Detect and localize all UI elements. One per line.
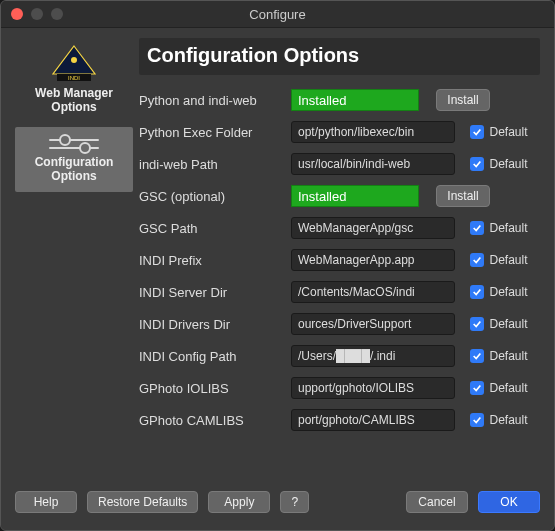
sliders-icon: [49, 139, 99, 149]
check-icon: [470, 157, 484, 171]
check-icon: [470, 221, 484, 235]
default-label: Default: [489, 253, 527, 267]
svg-text:INDI: INDI: [68, 75, 80, 81]
row-label: indi-web Path: [139, 157, 283, 172]
row-label: GSC Path: [139, 221, 283, 236]
cancel-button[interactable]: Cancel: [406, 491, 468, 513]
default-label: Default: [489, 125, 527, 139]
install-button[interactable]: Install: [436, 185, 489, 207]
sidebar: INDI Web Manager Options Configuration O…: [15, 38, 133, 474]
check-icon: [470, 253, 484, 267]
config-row: Python and indi-webInstalledInstall: [139, 89, 540, 111]
page-title: Configuration Options: [139, 38, 540, 75]
config-row: indi-web PathDefault: [139, 153, 540, 175]
sidebar-item-configuration-options[interactable]: Configuration Options: [15, 127, 133, 192]
default-label: Default: [489, 221, 527, 235]
check-icon: [470, 285, 484, 299]
restore-defaults-button[interactable]: Restore Defaults: [87, 491, 198, 513]
config-rows: Python and indi-webInstalledInstallPytho…: [139, 89, 540, 431]
config-row: Python Exec FolderDefault: [139, 121, 540, 143]
path-input[interactable]: [291, 409, 455, 431]
default-label: Default: [489, 285, 527, 299]
help-button[interactable]: Help: [15, 491, 77, 513]
row-label: INDI Server Dir: [139, 285, 283, 300]
default-checkbox[interactable]: Default: [470, 157, 527, 171]
check-icon: [470, 413, 484, 427]
config-row: GPhoto IOLIBSDefault: [139, 377, 540, 399]
svg-point-1: [71, 57, 77, 63]
main-panel: Configuration Options Python and indi-we…: [139, 38, 540, 474]
default-checkbox[interactable]: Default: [470, 125, 527, 139]
path-input[interactable]: [291, 153, 455, 175]
default-label: Default: [489, 317, 527, 331]
default-label: Default: [489, 381, 527, 395]
path-input[interactable]: [291, 281, 455, 303]
status-badge: Installed: [291, 89, 419, 111]
config-row: INDI Config PathDefault: [139, 345, 540, 367]
check-icon: [470, 349, 484, 363]
ok-button[interactable]: OK: [478, 491, 540, 513]
check-icon: [470, 317, 484, 331]
row-label: GSC (optional): [139, 189, 283, 204]
titlebar: Configure: [1, 1, 554, 28]
window-title: Configure: [1, 7, 554, 22]
config-row: GSC PathDefault: [139, 217, 540, 239]
default-label: Default: [489, 349, 527, 363]
check-icon: [470, 125, 484, 139]
row-label: GPhoto IOLIBS: [139, 381, 283, 396]
path-input[interactable]: [291, 345, 455, 367]
path-input[interactable]: [291, 217, 455, 239]
row-label: GPhoto CAMLIBS: [139, 413, 283, 428]
path-input[interactable]: [291, 121, 455, 143]
path-input[interactable]: [291, 377, 455, 399]
default-checkbox[interactable]: Default: [470, 285, 527, 299]
default-checkbox[interactable]: Default: [470, 349, 527, 363]
config-row: INDI PrefixDefault: [139, 249, 540, 271]
sidebar-item-web-manager-options[interactable]: INDI Web Manager Options: [15, 38, 133, 123]
config-row: INDI Server DirDefault: [139, 281, 540, 303]
status-badge: Installed: [291, 185, 419, 207]
default-checkbox[interactable]: Default: [470, 317, 527, 331]
default-checkbox[interactable]: Default: [470, 381, 527, 395]
path-input[interactable]: [291, 313, 455, 335]
configure-window: Configure INDI Web Manager Options: [0, 0, 555, 531]
default-checkbox[interactable]: Default: [470, 221, 527, 235]
check-icon: [470, 381, 484, 395]
default-label: Default: [489, 413, 527, 427]
path-input[interactable]: [291, 249, 455, 271]
config-row: GSC (optional)InstalledInstall: [139, 185, 540, 207]
apply-button[interactable]: Apply: [208, 491, 270, 513]
row-label: Python Exec Folder: [139, 125, 283, 140]
row-label: INDI Drivers Dir: [139, 317, 283, 332]
config-row: GPhoto CAMLIBSDefault: [139, 409, 540, 431]
sidebar-item-label: Web Manager Options: [19, 86, 129, 115]
sidebar-item-label: Configuration Options: [19, 155, 129, 184]
config-row: INDI Drivers DirDefault: [139, 313, 540, 335]
default-label: Default: [489, 157, 527, 171]
default-checkbox[interactable]: Default: [470, 253, 527, 267]
row-label: INDI Config Path: [139, 349, 283, 364]
row-label: INDI Prefix: [139, 253, 283, 268]
footer: Help Restore Defaults Apply ? Cancel OK: [1, 480, 554, 530]
default-checkbox[interactable]: Default: [470, 413, 527, 427]
install-button[interactable]: Install: [436, 89, 489, 111]
row-label: Python and indi-web: [139, 93, 283, 108]
indi-logo-icon: INDI: [51, 44, 97, 82]
question-button[interactable]: ?: [280, 491, 309, 513]
